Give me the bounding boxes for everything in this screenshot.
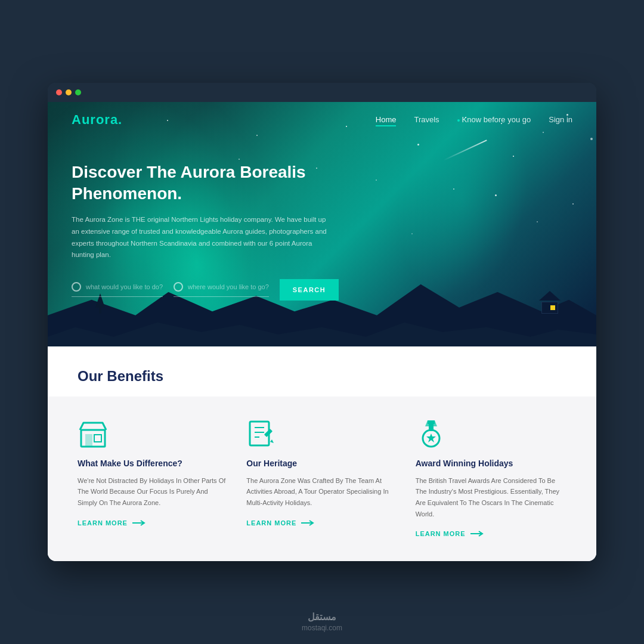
nav-links: Home Travels Know before you go Sign in [376, 115, 572, 124]
svg-rect-1 [86, 435, 92, 447]
benefit-card-1: What Make Us Difference? We're Not Distr… [78, 418, 228, 538]
cabin-body [541, 302, 558, 314]
tree-trunk [99, 308, 101, 314]
nav-know[interactable]: Know before you go [457, 115, 531, 124]
hero-description: The Aurora Zone is THE original Northern… [72, 214, 328, 261]
cabin-light [550, 305, 555, 310]
star [590, 138, 593, 140]
benefit-1-text: We're Not Distracted By Holidays In Othe… [78, 475, 228, 509]
watermark-url: mostaqi.com [302, 624, 342, 632]
nav-signin[interactable]: Sign in [549, 115, 572, 124]
benefit-3-title: Award Winning Holidays [416, 459, 566, 468]
benefit-2-text: The Aurora Zone Was Crafted By The Team … [246, 475, 397, 509]
arrow-icon-1 [132, 520, 147, 526]
star [572, 203, 574, 205]
benefit-3-text: The British Travel Awards Are Considered… [416, 475, 566, 520]
star [411, 233, 413, 234]
star [376, 179, 377, 181]
star [513, 156, 514, 157]
arrow-icon-3 [470, 531, 485, 537]
benefits-header: Our Benefits [48, 346, 596, 397]
star [495, 194, 497, 196]
watermark-logo: مستقل [302, 611, 342, 623]
star [537, 221, 538, 222]
benefit-card-3: Award Winning Holidays The British Trave… [416, 418, 566, 538]
nav-travels[interactable]: Travels [414, 115, 439, 124]
learn-more-2[interactable]: LEARN MORE [246, 519, 397, 527]
watermark: مستقل mostaqi.com [302, 611, 342, 632]
benefit-1-title: What Make Us Difference? [78, 459, 228, 468]
benefits-title: Our Benefits [78, 368, 566, 385]
logo: Aurora. [72, 112, 122, 128]
svg-marker-16 [426, 434, 436, 442]
navbar: Aurora. Home Travels Know before you go … [48, 102, 596, 138]
search-activity-label: what would you like to do? [86, 283, 163, 290]
search-location-label: where would you like to go? [188, 283, 269, 290]
learn-more-1[interactable]: LEARN MORE [78, 519, 228, 527]
benefits-section: Our Benefits What [48, 346, 596, 562]
laptop-frame: Aurora. Home Travels Know before you go … [48, 83, 596, 562]
browser-bar [48, 83, 596, 102]
star [239, 159, 240, 160]
learn-more-3[interactable]: LEARN MORE [416, 530, 566, 537]
star [453, 188, 454, 190]
hero-content: Discover The Aurora Borealis Phenomenon.… [72, 162, 328, 301]
dot-red [56, 89, 62, 95]
hero-section: Aurora. Home Travels Know before you go … [48, 102, 596, 346]
radio-circle-2 [174, 282, 183, 292]
svg-marker-10 [270, 439, 274, 443]
dot-yellow [66, 89, 72, 95]
svg-rect-2 [94, 435, 101, 442]
search-button[interactable]: SEARCH [280, 279, 339, 301]
hero-title: Discover The Aurora Borealis Phenomenon. [72, 162, 328, 205]
shop-icon [78, 418, 109, 449]
arrow-icon-2 [301, 520, 315, 526]
star [417, 144, 419, 145]
pen-icon [246, 418, 277, 449]
search-activity[interactable]: what would you like to do? [72, 282, 163, 297]
page-wrapper: Aurora. Home Travels Know before you go … [0, 0, 644, 644]
benefits-cards: What Make Us Difference? We're Not Distr… [48, 397, 596, 562]
benefit-card-2: Our Heritage The Aurora Zone Was Crafted… [246, 418, 397, 538]
cabin [539, 291, 561, 314]
medal-icon [416, 418, 447, 449]
search-location[interactable]: where would you like to go? [174, 282, 269, 297]
radio-circle-1 [72, 282, 81, 292]
nav-home[interactable]: Home [376, 115, 397, 124]
cabin-roof [539, 291, 561, 301]
benefit-2-title: Our Heritage [246, 459, 397, 468]
search-bar: what would you like to do? where would y… [72, 279, 328, 301]
dot-green [75, 89, 81, 95]
nav-dot [457, 119, 460, 122]
